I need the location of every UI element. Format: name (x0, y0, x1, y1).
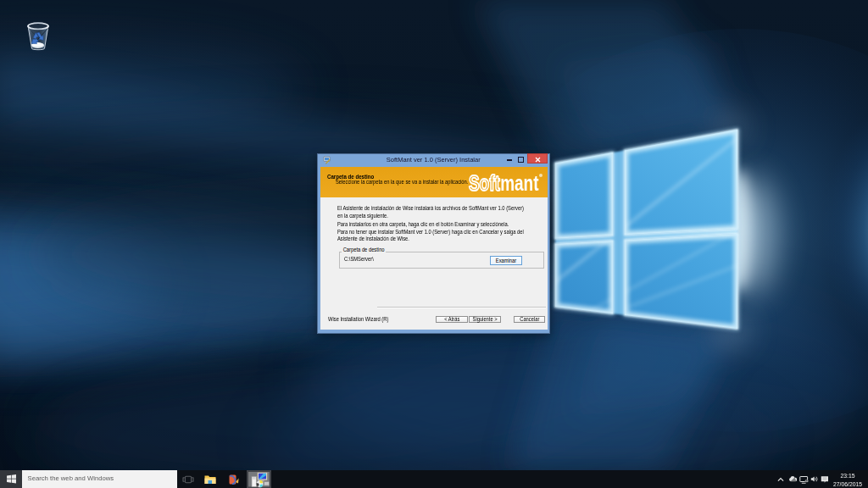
svg-text:mant: mant (500, 171, 539, 195)
svg-text:Soft: Soft (469, 171, 500, 195)
